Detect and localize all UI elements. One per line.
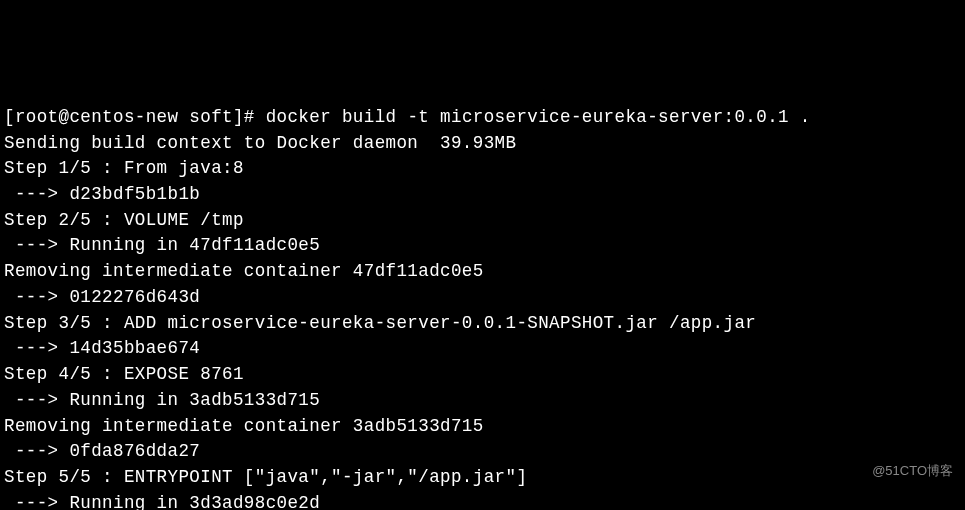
shell-prompt: [root@centos-new soft]# [4,107,266,127]
terminal-command-line: [root@centos-new soft]# docker build -t … [4,105,961,131]
terminal-line: Step 2/5 : VOLUME /tmp [4,208,961,234]
terminal-line: ---> Running in 3adb5133d715 [4,388,961,414]
watermark-text: @51CTO博客 [872,461,953,480]
terminal-line: ---> Running in 47df11adc0e5 [4,233,961,259]
terminal-line: Step 4/5 : EXPOSE 8761 [4,362,961,388]
terminal-line: Step 1/5 : From java:8 [4,156,961,182]
terminal-line: Step 5/5 : ENTRYPOINT ["java","-jar","/a… [4,465,961,491]
terminal-output: [root@centos-new soft]# docker build -t … [4,105,961,510]
terminal-line: ---> d23bdf5b1b1b [4,182,961,208]
terminal-line: ---> 0122276d643d [4,285,961,311]
terminal-line: ---> 14d35bbae674 [4,336,961,362]
shell-command: docker build -t microservice-eureka-serv… [266,107,811,127]
terminal-line: Step 3/5 : ADD microservice-eureka-serve… [4,311,961,337]
terminal-line: Sending build context to Docker daemon 3… [4,131,961,157]
terminal-line: Removing intermediate container 47df11ad… [4,259,961,285]
terminal-line: Removing intermediate container 3adb5133… [4,414,961,440]
terminal-line: ---> 0fda876dda27 [4,439,961,465]
terminal-line: ---> Running in 3d3ad98c0e2d [4,491,961,510]
